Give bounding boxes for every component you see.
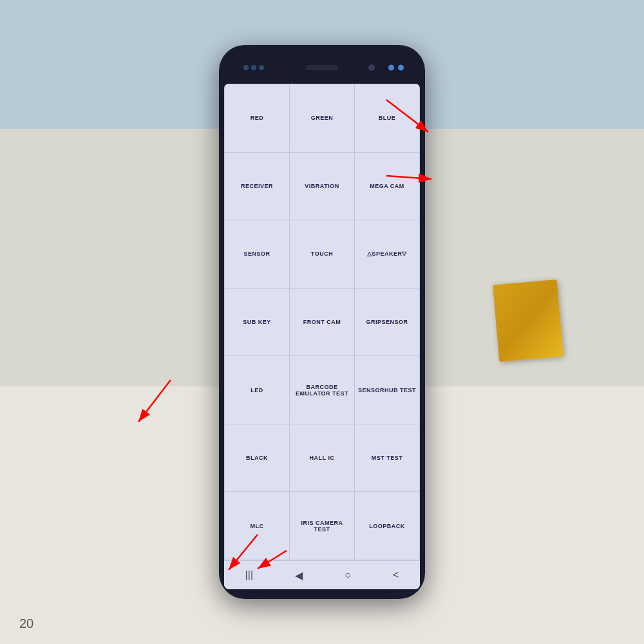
button-led[interactable]: LED <box>225 356 289 424</box>
phone-top-bar <box>224 55 420 80</box>
button-sensorhub-test[interactable]: SENSORHUB TEST <box>355 356 419 424</box>
dot-3 <box>259 65 264 70</box>
button-sub-key[interactable]: SUB KEY <box>225 289 289 356</box>
fpc-cable <box>496 282 560 359</box>
svg-line-9 <box>258 551 287 569</box>
button-receiver[interactable]: RECEIVER <box>225 153 289 220</box>
button-speaker[interactable]: △SPEAKER▽ <box>355 220 419 288</box>
dot-1 <box>243 65 249 70</box>
arrow-right-edge <box>380 160 444 198</box>
nav-recent-icon[interactable]: < <box>393 569 399 581</box>
button-mst-test[interactable]: MST TEST <box>355 424 419 492</box>
button-green[interactable]: GREEN <box>290 84 354 152</box>
fpc-cable-body <box>493 279 564 362</box>
button-iris-camera-test[interactable]: IRIS CAMERA TEST <box>290 492 354 560</box>
button-grid: RED GREEN BLUE RECEIVER VIBRATION MEGA C… <box>224 84 420 560</box>
svg-line-5 <box>138 380 171 422</box>
button-front-cam[interactable]: FRONT CAM <box>290 289 354 356</box>
button-barcode-emulator-test[interactable]: BARCODE EMULATOR TEST <box>290 356 354 424</box>
arrow-black <box>126 374 190 438</box>
svg-line-3 <box>386 176 431 179</box>
button-vibration[interactable]: VIBRATION <box>290 153 354 220</box>
earpiece-speaker <box>306 65 338 70</box>
page-number: 20 <box>19 616 33 631</box>
dot-2 <box>251 65 256 70</box>
arrow-mega-cam <box>380 93 444 145</box>
button-gripsensor[interactable]: GRIPSENSOR <box>355 289 419 356</box>
svg-line-1 <box>386 100 428 132</box>
button-hall-ic[interactable]: HALL IC <box>290 424 354 492</box>
front-camera <box>368 64 375 71</box>
arrow-nav2 <box>251 544 296 576</box>
button-black[interactable]: BLACK <box>225 424 289 492</box>
indicator-dot-2 <box>398 65 404 71</box>
button-touch[interactable]: TOUCH <box>290 220 354 288</box>
status-dots-right <box>388 65 404 71</box>
button-loopback[interactable]: LOOPBACK <box>355 492 419 560</box>
button-red[interactable]: RED <box>225 84 289 152</box>
status-dots-left <box>243 65 264 70</box>
button-sensor[interactable]: SENSOR <box>225 220 289 288</box>
nav-home-icon[interactable]: ○ <box>345 569 351 581</box>
indicator-dot-1 <box>388 65 394 71</box>
